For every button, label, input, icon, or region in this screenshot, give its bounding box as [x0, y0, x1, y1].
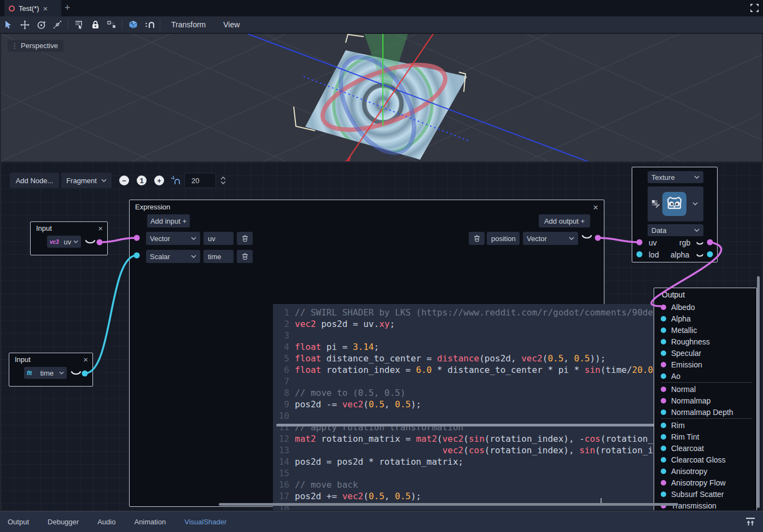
- input-type-dropdown[interactable]: flt time: [24, 367, 67, 379]
- select-list-icon[interactable]: [71, 17, 87, 32]
- zoom-in-button[interactable]: +: [154, 176, 164, 185]
- output-port-label: Anisotropy: [671, 467, 707, 476]
- divider: [661, 382, 752, 383]
- zoom-out-button[interactable]: −: [119, 176, 129, 185]
- expand-preview-icon[interactable]: [85, 239, 96, 245]
- texture-data-label: Data: [651, 226, 666, 235]
- node-title: Input: [36, 224, 52, 232]
- panel-tab-debugger[interactable]: Debugger: [48, 518, 79, 526]
- close-icon[interactable]: ×: [98, 224, 103, 232]
- texture-type-label: Texture: [651, 173, 675, 182]
- expand-preview-icon[interactable]: [71, 371, 81, 377]
- input-name-field[interactable]: time: [203, 250, 234, 263]
- output-port-row: Ao: [654, 370, 757, 382]
- fullscreen-icon[interactable]: [750, 3, 759, 13]
- delete-output-button[interactable]: [469, 232, 485, 245]
- zoom-reset-button[interactable]: 1: [137, 176, 147, 185]
- scale-tool-icon[interactable]: [49, 17, 66, 32]
- bottom-panel-bar: Output Debugger Audio Animation VisualSh…: [0, 511, 763, 532]
- visual-shader-graph[interactable]: Add Node... Fragment − 1 + 20 Input × vc…: [1, 162, 762, 510]
- output-port-row: Alpha: [654, 313, 757, 324]
- snap-value-input[interactable]: 20: [184, 173, 216, 188]
- input-port[interactable]: [661, 387, 666, 392]
- texture-node[interactable]: Texture Data: [632, 167, 718, 262]
- view-menu[interactable]: View: [214, 20, 248, 29]
- output-port-label: Rim Tint: [671, 432, 699, 441]
- toolbar-separator: [68, 19, 68, 30]
- local-space-cube-icon[interactable]: [125, 17, 141, 32]
- rotate-tool-icon[interactable]: [33, 17, 49, 32]
- select-tool-icon[interactable]: [0, 17, 16, 32]
- input-port[interactable]: [661, 446, 666, 451]
- input-port[interactable]: [661, 362, 666, 367]
- expression-node[interactable]: Expression × Add input + Add output + Ve…: [129, 200, 604, 507]
- input-name-field[interactable]: uv: [203, 232, 234, 245]
- close-icon[interactable]: ×: [593, 203, 598, 212]
- expand-preview-icon[interactable]: [696, 242, 703, 246]
- panel-tab-output[interactable]: Output: [8, 518, 29, 526]
- output-port-row: Rim Tint: [654, 431, 757, 442]
- code-hscrollbar[interactable]: [276, 424, 667, 426]
- scene-tab[interactable]: Test(*) ×: [4, 0, 61, 16]
- expression-code-editor[interactable]: 1// SWIRL SHADER by LKS (https://www.red…: [273, 304, 719, 510]
- input-port[interactable]: [661, 398, 666, 404]
- input-type-dropdown[interactable]: Scalar: [146, 250, 200, 263]
- spinner-icon[interactable]: [220, 176, 226, 185]
- new-tab-button[interactable]: +: [65, 2, 71, 14]
- panel-tab-audio[interactable]: Audio: [97, 518, 115, 526]
- add-input-button[interactable]: Add input +: [147, 214, 190, 227]
- snap-icon[interactable]: [141, 17, 158, 32]
- snap-grid-icon[interactable]: [171, 176, 180, 185]
- input-port[interactable]: [661, 316, 666, 321]
- output-type-dropdown[interactable]: Vector: [523, 232, 578, 245]
- perspective-menu[interactable]: ⋮ Perspective: [8, 40, 63, 52]
- input-port[interactable]: [661, 410, 666, 415]
- input-port[interactable]: [661, 305, 666, 310]
- input-port[interactable]: [661, 373, 666, 379]
- chevron-down-icon[interactable]: [692, 202, 698, 206]
- graph-hscrollbar[interactable]: [219, 503, 678, 506]
- input-type-dropdown[interactable]: Vector: [146, 232, 200, 245]
- shader-mode-dropdown[interactable]: Fragment: [61, 173, 112, 188]
- output-node[interactable]: Output AlbedoAlphaMetallicRoughnessSpecu…: [654, 288, 757, 510]
- move-tool-icon[interactable]: [16, 17, 33, 32]
- panel-tab-visualshader[interactable]: VisualShader: [184, 518, 226, 526]
- add-output-button[interactable]: Add output +: [539, 214, 590, 227]
- input-port[interactable]: [661, 423, 666, 428]
- godot-editor-window: Test(*) × +: [0, 0, 763, 532]
- texture-type-dropdown[interactable]: Texture: [648, 171, 703, 183]
- close-icon[interactable]: ×: [43, 4, 48, 13]
- input-port[interactable]: [661, 469, 666, 474]
- input-port[interactable]: [661, 434, 666, 440]
- transform-menu[interactable]: Transform: [162, 20, 214, 29]
- input-time-node[interactable]: Input × flt time: [9, 353, 93, 387]
- lock-icon[interactable]: [87, 17, 103, 32]
- delete-input-button[interactable]: [237, 232, 253, 245]
- output-port-label: Normalmap: [671, 396, 710, 405]
- input-port[interactable]: [661, 350, 666, 356]
- code-line: 10: [273, 410, 719, 422]
- 3d-viewport[interactable]: ⋮ Perspective: [1, 34, 762, 161]
- output-port-row: Subsurf Scatter: [654, 488, 757, 500]
- drag-handle-icon[interactable]: ⋮: [11, 42, 18, 50]
- expand-preview-icon[interactable]: [696, 254, 703, 258]
- panel-tab-animation[interactable]: Animation: [134, 518, 166, 526]
- texture-preview-box[interactable]: [648, 186, 703, 221]
- input-port[interactable]: [661, 328, 666, 333]
- output-name-field[interactable]: position: [487, 232, 520, 245]
- input-type-dropdown[interactable]: vc3 uv: [47, 236, 81, 248]
- add-node-button[interactable]: Add Node...: [10, 173, 59, 188]
- close-icon[interactable]: ×: [83, 355, 88, 364]
- delete-input-button[interactable]: [237, 250, 253, 263]
- graph-vscrollbar[interactable]: [757, 276, 760, 508]
- texture-data-dropdown[interactable]: Data: [648, 224, 703, 236]
- group-icon[interactable]: [103, 17, 120, 32]
- bottom-panel-toggle-icon[interactable]: [745, 517, 755, 526]
- input-port[interactable]: [661, 457, 666, 463]
- input-uv-node[interactable]: Input × vc3 uv: [30, 221, 108, 255]
- zoom-reset-icon: 1: [139, 177, 143, 184]
- input-port[interactable]: [661, 480, 666, 486]
- input-port[interactable]: [661, 339, 666, 344]
- input-port[interactable]: [661, 492, 666, 497]
- expand-preview-icon[interactable]: [581, 235, 592, 241]
